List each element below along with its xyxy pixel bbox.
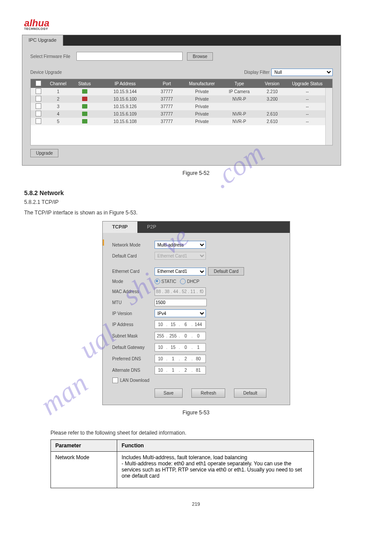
ethernet-card-select[interactable]: Ethernet Card1 [155,268,206,276]
row-checkbox[interactable] [36,111,41,116]
ip-version-label: IP Version [112,311,155,316]
status-icon [82,119,87,123]
ip-version-select[interactable]: IPv4 [155,309,206,317]
col-port: Port [151,81,182,86]
display-filter-select[interactable]: Null [271,69,333,76]
network-mode-select[interactable]: Multi-address [155,241,206,249]
save-button[interactable]: Save [155,388,183,398]
network-mode-label: Network Mode [112,243,155,247]
display-filter-label: Display Filter [244,70,270,75]
page-number: 219 [24,501,368,507]
row-checkbox[interactable] [36,103,41,109]
default-gateway-input[interactable]: 10.15.0.1 [155,343,206,352]
lan-download-checkbox[interactable] [112,377,118,383]
refresh-button[interactable]: Refresh [191,388,225,398]
preferred-dns-label: Preferred DNS [112,356,155,361]
alternate-dns-input[interactable]: 10.1.2.81 [155,366,206,374]
firmware-file-input[interactable] [76,52,183,61]
table-row[interactable]: 410.15.6.10937777PrivateNVR-P2.610-- [31,110,332,118]
status-icon [82,97,87,101]
status-icon [82,104,87,109]
ethernet-card-label: Ethernet Card [112,269,155,274]
col-manufacturer: Manufacturer [182,81,222,86]
col-status: Status [70,81,99,86]
subnet-mask-label: Subnet Mask [112,334,155,338]
tcpip-panel: TCP/IP P2P Network ModeMulti-address Def… [102,221,290,405]
subnet-mask-input[interactable]: 255.255.0.0 [155,332,206,340]
tab-tcpip[interactable]: TCP/IP [103,221,137,233]
mtu-label: MTU [112,300,155,305]
row-checkbox[interactable] [36,96,41,102]
table-row[interactable]: 510.15.6.10837777PrivateNVR-P2.610-- [31,118,332,125]
param-header: Parameter [51,440,117,452]
mac-label: MAC Address [112,289,155,294]
alternate-dns-label: Alternate DNS [112,368,155,373]
device-table: Channel Status IP Address Port Manufactu… [30,79,333,145]
col-ip: IP Address [99,81,151,86]
row-checkbox[interactable] [36,118,41,124]
tab-ipc-upgrade[interactable]: IPC Upgrade [22,35,63,46]
table-row[interactable]: 110.15.9.14437777PrivateIP Camera2.210-- [31,88,332,95]
accent-bar [103,239,104,246]
upgrade-button[interactable]: Upgrade [30,149,58,157]
default-card-label: Default Card [112,254,155,258]
section-body-tcpip: The TCP/IP interface is shown as in Figu… [24,209,368,217]
default-card-button[interactable]: Default Card [208,267,244,276]
default-gateway-label: Default Gateway [112,345,155,350]
table-row[interactable]: 210.15.6.10037777PrivateNVR-P3.200-- [31,95,332,103]
brand-logo: alhuaTECHNOLOGY [24,18,368,30]
tab-p2p[interactable]: P2P [137,221,166,233]
mode-label: Mode [112,279,155,284]
lan-download-label: LAN Download [120,378,150,383]
table-scrollbar[interactable] [325,88,332,145]
section-subtitle-tcpip: 5.8.2.1 TCP/IP [24,198,368,206]
function-header: Function [117,440,314,452]
section-title-network: 5.8.2 Network [24,189,368,196]
default-button[interactable]: Default [234,388,266,398]
select-all-checkbox[interactable] [36,80,41,86]
function-cell: Includes Multi-address, fault tolerance,… [117,452,314,488]
col-version: Version [257,81,288,86]
ip-address-label: IP Address [112,322,155,327]
param-cell: Network Mode [51,452,117,488]
browse-button[interactable]: Browse [187,52,213,61]
ip-address-input[interactable]: 10.15.6.144 [155,320,206,329]
device-upgrade-label: Device Upgrade [30,70,62,75]
mtu-input[interactable] [155,299,207,306]
firmware-file-label: Select Firmware File [30,54,72,59]
parameter-table: ParameterFunction Network ModeIncludes M… [50,439,314,488]
static-radio[interactable] [155,279,160,284]
preferred-dns-input[interactable]: 10.1.2.80 [155,355,206,363]
default-card-select: Ethernet Card1 [155,252,206,260]
row-checkbox[interactable] [36,88,41,94]
col-upgrade-status: Upgrade Status [288,81,327,86]
mac-address-field: 88.38.44.52.11.f0 [155,287,206,296]
status-icon [82,112,87,116]
col-channel: Channel [46,81,70,86]
dhcp-radio[interactable] [180,279,186,284]
table-row[interactable]: 310.15.9.12637777Private-- [31,103,332,110]
ipc-upgrade-panel: IPC Upgrade Select Firmware File Browse … [22,35,341,166]
col-type: Type [222,81,257,86]
status-icon [82,89,87,94]
figure-label-1: Figure 5-52 [24,170,368,176]
refer-text: Please refer to the following sheet for … [50,429,368,437]
figure-label-2: Figure 5-53 [24,410,368,416]
